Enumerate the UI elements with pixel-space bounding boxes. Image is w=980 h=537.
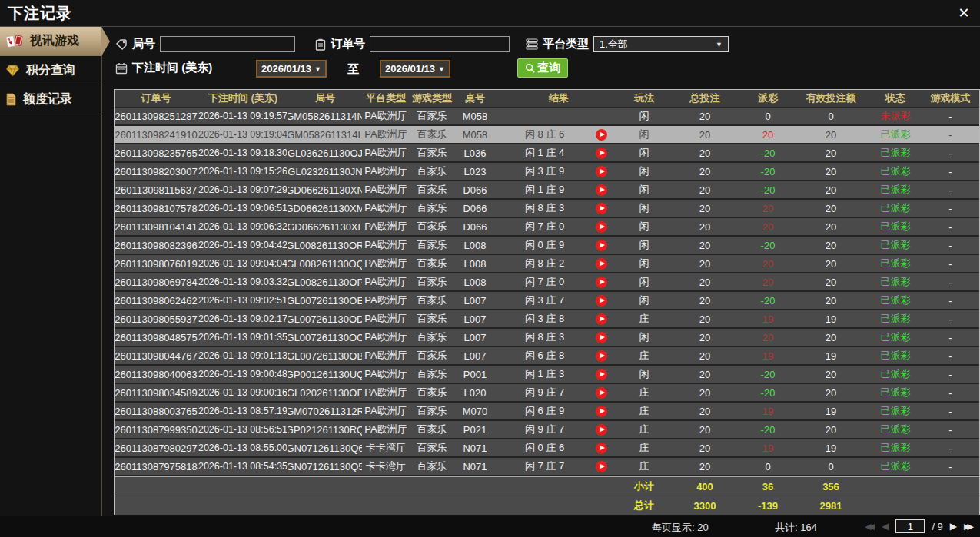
sidebar-item-points-query[interactable]: 积分查询 — [0, 56, 101, 85]
column-header-status: 状态 — [869, 90, 922, 107]
play-video-icon[interactable] — [596, 424, 607, 436]
table-row[interactable]: 2601130980447672026-01-13 09:01:13GL0072… — [115, 347, 979, 366]
play-video-icon[interactable] — [596, 148, 607, 159]
play-video-icon[interactable] — [596, 184, 607, 196]
cell-order: 260113098082396 — [115, 237, 198, 254]
cell-payout: 20 — [743, 273, 792, 290]
play-video-icon[interactable] — [596, 350, 607, 362]
table-row[interactable]: 2601130981041412026-01-13 09:06:32GD0662… — [115, 218, 979, 237]
play-video-icon[interactable] — [596, 443, 607, 454]
table-row[interactable]: 2601130981075782026-01-13 09:06:51GD0662… — [115, 200, 979, 218]
cell-time: 2026-01-13 09:00:48 — [198, 366, 288, 383]
table-row[interactable]: 2601130982030072026-01-13 09:15:26GL0232… — [115, 163, 979, 181]
date-from-picker[interactable]: 2026/01/13 ▼ — [256, 60, 327, 78]
cell-result: 闲 8 庄 2 — [496, 255, 622, 272]
cell-round: GL007261130OC — [288, 329, 362, 346]
subtotal-tableno — [454, 477, 496, 496]
cell-round: GM0582611314N — [288, 108, 362, 124]
table-row[interactable]: 2601130879802972026-01-13 08:55:00GN0712… — [115, 439, 979, 458]
cell-result: 闲 8 庄 6 — [496, 126, 622, 143]
page-number-input[interactable] — [895, 519, 925, 533]
cell-mode: - — [922, 218, 979, 235]
order-filter-group: 订单号 — [315, 36, 510, 52]
play-video-icon[interactable] — [596, 221, 607, 233]
table-row[interactable]: 2601130982512872026-01-13 09:19:57GM0582… — [115, 108, 979, 126]
play-video-icon[interactable] — [596, 332, 607, 343]
sidebar-item-quota-records[interactable]: 额度记录 — [0, 85, 101, 114]
close-icon[interactable]: ✕ — [955, 5, 972, 22]
table-row[interactable]: 2601130879758182026-01-13 08:54:35GN0712… — [115, 458, 979, 476]
cell-gtype: 百家乐 — [410, 181, 454, 198]
date-to-picker[interactable]: 2026/01/13 ▼ — [380, 60, 450, 78]
result-text: 闲 8 庄 2 — [525, 257, 573, 270]
play-video-icon[interactable] — [596, 461, 607, 472]
cell-mode: - — [922, 292, 979, 309]
platform-type-select[interactable]: 1.全部 ▼ — [593, 36, 729, 52]
table-row[interactable]: 2601130980559372026-01-13 09:02:17GL0072… — [115, 310, 979, 329]
table-header-row: 订单号下注时间 (美东)局号平台类型游戏类型桌号结果玩法总投注派彩有效投注额状态… — [115, 90, 979, 108]
subtotal-valid: 356 — [792, 477, 869, 496]
table-row[interactable]: 2601130982357652026-01-13 09:18:30GL0362… — [115, 144, 979, 163]
cell-result: 闲 6 庄 9 — [496, 403, 622, 419]
table-row[interactable]: 2601130981156372026-01-13 09:07:29GD0662… — [115, 181, 979, 200]
order-number-input[interactable] — [370, 36, 510, 52]
cell-result: 闲 9 庄 7 — [496, 384, 622, 401]
play-video-icon[interactable] — [596, 406, 607, 417]
grand-total-mode — [922, 496, 979, 515]
cell-platform: PA欧洲厅 — [362, 273, 410, 290]
round-number-input[interactable] — [160, 36, 295, 52]
play-video-icon[interactable] — [596, 129, 607, 141]
cell-platform: PA欧洲厅 — [362, 366, 410, 383]
column-header-platform: 平台类型 — [362, 90, 410, 107]
result-text: 闲 7 庄 0 — [525, 220, 573, 234]
subtotal-status — [869, 477, 922, 496]
last-page-icon[interactable]: ▶▶ — [964, 519, 974, 533]
cell-round: GL020261130OE — [288, 384, 362, 401]
platform-type-label: 平台类型 — [543, 37, 589, 51]
table-row[interactable]: 2601130980345892026-01-13 09:00:16GL0202… — [115, 384, 979, 403]
table-row[interactable]: 2601130980823962026-01-13 09:04:42GL0082… — [115, 237, 979, 255]
cell-platform: PA欧洲厅 — [362, 255, 410, 272]
cell-result: 闲 8 庄 3 — [496, 329, 622, 346]
first-page-icon[interactable]: ◀◀ — [865, 519, 875, 533]
grand-total-status — [869, 496, 922, 515]
cell-valid: 20 — [792, 163, 869, 180]
table-row[interactable]: 2601130982419102026-01-13 09:19:04GM0582… — [115, 126, 979, 144]
cell-status: 已派彩 — [869, 144, 922, 161]
table-row[interactable]: 2601130980760192026-01-13 09:04:04GL0082… — [115, 255, 979, 273]
cell-result: 闲 3 庄 7 — [496, 292, 622, 309]
sidebar-item-video-games[interactable]: 9 视讯游戏 — [0, 27, 101, 56]
date-to-label: 至 — [347, 62, 359, 77]
play-video-icon[interactable] — [596, 295, 607, 307]
query-button[interactable]: 查询 — [517, 58, 568, 78]
table-row[interactable]: 2601130880037652026-01-13 08:57:19GM0702… — [115, 403, 979, 421]
play-video-icon[interactable] — [596, 387, 607, 399]
prev-page-icon[interactable]: ◀ — [882, 519, 889, 533]
play-video-icon[interactable] — [596, 369, 607, 380]
cell-mode: - — [922, 163, 979, 180]
next-page-icon[interactable]: ▶ — [950, 519, 957, 533]
play-video-icon[interactable] — [596, 240, 607, 251]
play-video-icon[interactable] — [596, 277, 607, 288]
column-header-gtype: 游戏类型 — [410, 90, 454, 107]
cell-mode: - — [922, 310, 979, 327]
cell-play: 闲 — [622, 366, 666, 383]
cell-result: 闲 7 庄 0 — [496, 218, 622, 235]
table-row[interactable]: 2601130980697842026-01-13 09:03:32GL0082… — [115, 273, 979, 292]
column-header-play: 玩法 — [622, 90, 666, 107]
subtotal-gtype — [410, 477, 454, 496]
cell-round: GL023261130JN — [288, 163, 362, 180]
cell-valid: 0 — [792, 458, 869, 475]
cell-order: 260113098040063 — [115, 366, 198, 383]
cell-result: 闲 1 庄 4 — [496, 144, 622, 161]
table-row[interactable]: 2601130980400632026-01-13 09:00:48GP0012… — [115, 366, 979, 384]
table-row[interactable]: 2601130879993502026-01-13 08:56:51GP0212… — [115, 421, 979, 439]
play-video-icon[interactable] — [596, 258, 607, 270]
play-video-icon[interactable] — [596, 203, 607, 214]
play-video-icon[interactable] — [596, 166, 607, 177]
table-row[interactable]: 2601130980624622026-01-13 09:02:51GL0072… — [115, 292, 979, 310]
table-row[interactable]: 2601130980485752026-01-13 09:01:35GL0072… — [115, 329, 979, 347]
cell-play: 庄 — [622, 347, 666, 364]
play-video-icon[interactable] — [596, 313, 607, 325]
cell-time: 2026-01-13 09:07:29 — [198, 181, 288, 198]
